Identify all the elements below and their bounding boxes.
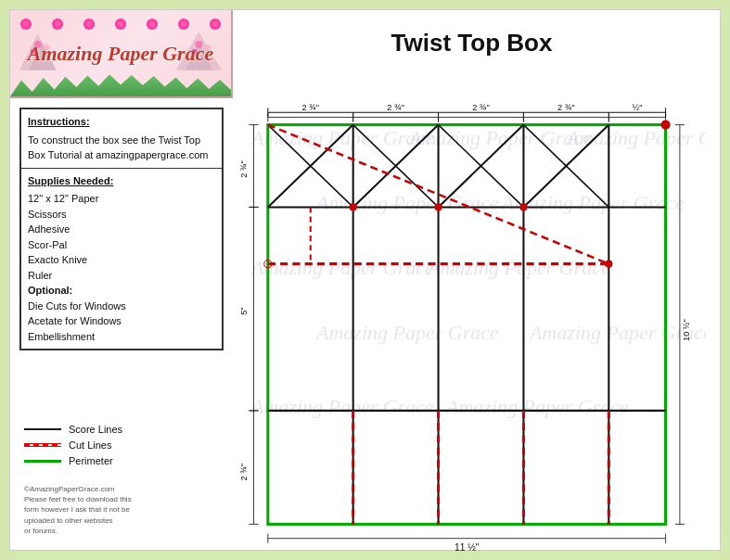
svg-point-77 [434,203,442,210]
page-title: Twist Top Box [242,29,701,57]
supplies-section: Supplies Needed: 12" x 12" Paper Scissor… [21,169,222,350]
cut-lines-legend: Cut Lines [24,439,122,451]
legend: Score Lines Cut Lines Perimeter [24,424,122,471]
copyright-line: or forums. [24,526,210,536]
score-line-sample [24,428,61,430]
supply-item: Die Cuts for Windows [28,299,215,314]
grass-decoration [10,73,231,96]
svg-text:11 ½": 11 ½" [455,542,480,553]
logo-area: Amazing Paper Grace [10,10,233,98]
main-card: Amazing Paper Grace Twist Top Box Instru… [9,9,721,551]
svg-point-66 [660,120,670,129]
supply-item: Scissors [28,207,215,223]
svg-text:2 ¾": 2 ¾" [557,103,575,112]
supply-item: Ruler [28,268,215,284]
supply-item: Optional: [28,283,215,299]
cut-lines-label: Cut Lines [69,439,111,451]
copyright: ©AmazingPaperGrace.com Please feel free … [24,484,210,536]
score-lines-label: Score Lines [69,424,122,435]
instructions-title: Instructions: [28,114,215,130]
copyright-line: Please feel free to download this [24,494,210,504]
svg-text:5": 5" [239,308,249,315]
supply-item: Scor-Pal [28,237,215,253]
instructions-body: To construct the box see the Twist Top B… [28,133,215,163]
copyright-line: ©AmazingPaperGrace.com [24,484,210,494]
supply-item: Adhesive [28,222,215,237]
cut-line-sample [24,443,61,447]
svg-text:10 ½": 10 ½" [682,319,691,341]
svg-text:2 ¾": 2 ¾" [239,464,249,481]
supply-item: Exacto Knive [28,252,215,268]
score-lines-legend: Score Lines [24,424,122,435]
diagram-svg: 2 ¾" 2 ¾" 2 ¾" 2 ¾" ½" 2 ¾" 5" [237,98,724,553]
logo-text: Amazing Paper Grace [28,42,213,66]
copyright-line: uploaded to other websites [24,515,210,526]
svg-rect-53 [268,125,666,525]
svg-point-78 [519,203,527,210]
supplies-title: Supplies Needed: [28,173,215,189]
copyright-line: form however I ask that it not be [24,504,210,515]
svg-text:2 ¾": 2 ¾" [387,103,404,112]
supply-item: Acetate for Windows [28,313,215,329]
supplies-list: 12" x 12" Paper Scissors Adhesive Scor-P… [28,191,215,344]
perimeter-line-sample [24,460,61,463]
perimeter-legend: Perimeter [24,455,122,466]
perimeter-label: Perimeter [69,455,113,466]
svg-text:2 ¾": 2 ¾" [239,160,249,178]
instructions-box: Instructions: To construct the box see t… [19,108,224,350]
instructions-section: Instructions: To construct the box see t… [21,109,222,169]
svg-point-79 [605,261,612,268]
svg-point-76 [350,203,357,210]
svg-text:½": ½" [632,103,642,112]
supply-item: Embellishment [28,329,215,345]
svg-text:2 ¾": 2 ¾" [472,103,490,112]
supply-item: 12" x 12" Paper [28,191,215,207]
svg-text:2 ¾": 2 ¾" [301,103,319,112]
